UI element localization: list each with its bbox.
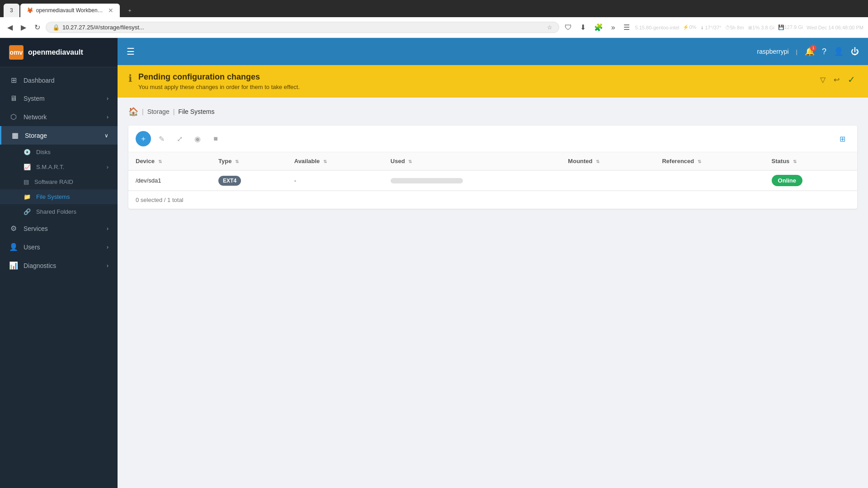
table-row[interactable]: /dev/sda1 EXT4 - — [128, 170, 857, 191]
sidebar-item-services[interactable]: ⚙ Services › — [0, 219, 118, 238]
sidebar-item-users[interactable]: 👤 Users › — [0, 238, 118, 256]
sidebar-item-file-systems[interactable]: 📁 File Systems — [0, 189, 118, 204]
diagnostics-icon: 📊 — [9, 261, 18, 270]
sort-icon-type: ⇅ — [235, 159, 239, 164]
cell-status: Online — [764, 170, 857, 191]
notification-apply-icon[interactable]: ✓ — [846, 72, 857, 87]
app-logo-icon: omv — [9, 45, 24, 60]
chevron-right-icon-smart: › — [107, 164, 108, 170]
tab-close-icon[interactable]: ✕ — [108, 7, 113, 14]
sidebar-item-smart[interactable]: 📈 S.M.A.R.T. › — [0, 160, 118, 174]
expand-button[interactable]: ⤢ — [172, 131, 187, 146]
sort-icon-status: ⇅ — [793, 159, 797, 164]
system-icon: 🖥 — [9, 94, 18, 103]
col-used[interactable]: Used ⇅ — [383, 152, 561, 170]
cell-mounted — [561, 170, 655, 191]
sidebar-subitem-label-disks: Disks — [36, 149, 51, 155]
smart-icon: 📈 — [24, 164, 31, 170]
power-icon[interactable]: ⏻ — [851, 47, 859, 56]
sidebar-menu: ⊞ Dashboard 🖥 System › ⬡ Network › ▦ Sto… — [0, 67, 118, 488]
chevron-right-icon-network: › — [107, 114, 108, 120]
bookmark-star-icon[interactable]: ☆ — [547, 24, 552, 31]
col-mounted[interactable]: Mounted ⇅ — [561, 152, 655, 170]
add-button[interactable]: ＋ — [136, 131, 151, 146]
table-header: Device ⇅ Type ⇅ Available ⇅ — [128, 152, 857, 170]
download-icon[interactable]: ⬇ — [577, 21, 589, 33]
col-type[interactable]: Type ⇅ — [211, 152, 287, 170]
sidebar-subitem-label-shared: Shared Folders — [36, 208, 76, 215]
reload-button[interactable]: ↻ — [32, 21, 43, 33]
forward-button[interactable]: ▶ — [18, 21, 29, 33]
address-bar[interactable]: 🔒 10.27.27.25/#/storage/filesyst... ☆ — [46, 22, 559, 33]
sidebar-item-software-raid[interactable]: ▤ Software RAID — [0, 174, 118, 189]
table-body: /dev/sda1 EXT4 - — [128, 170, 857, 191]
cpu-usage: ⚡0% — [683, 24, 696, 30]
chevron-right-icon: › — [107, 95, 108, 102]
col-status[interactable]: Status ⇅ — [764, 152, 857, 170]
sidebar-logo: omv openmediavault — [0, 38, 118, 67]
notification-dismiss-icon[interactable]: ▽ — [818, 74, 827, 86]
sidebar-item-label-services: Services — [24, 225, 48, 232]
more-extensions-icon[interactable]: » — [609, 22, 618, 33]
content-area: 🏠 | Storage | File Systems ＋ ✎ — [118, 98, 868, 488]
back-button[interactable]: ◀ — [5, 21, 15, 33]
sidebar-item-storage[interactable]: ▦ Storage ∨ — [0, 126, 118, 145]
services-icon: ⚙ — [9, 224, 18, 233]
sidebar-item-system[interactable]: 🖥 System › — [0, 89, 118, 108]
sidebar-subitem-label-raid: Software RAID — [34, 178, 73, 185]
breadcrumb-home-icon[interactable]: 🏠 — [128, 107, 138, 117]
col-device[interactable]: Device ⇅ — [128, 152, 211, 170]
browser-tab-number[interactable]: 3 — [4, 4, 19, 17]
file-systems-table: Device ⇅ Type ⇅ Available ⇅ — [128, 152, 857, 191]
breadcrumb-sep-1: | — [142, 108, 144, 115]
menu-icon[interactable]: ☰ — [621, 21, 632, 33]
browser-tab-new[interactable]: ＋ — [121, 4, 139, 17]
dashboard-icon: ⊞ — [9, 76, 18, 84]
notification-revert-icon[interactable]: ↩ — [832, 74, 841, 86]
browser-nav-bar: ◀ ▶ ↻ 🔒 10.27.27.25/#/storage/filesyst..… — [0, 17, 868, 38]
sidebar-item-label-storage: Storage — [25, 132, 47, 139]
raid-icon: ▤ — [24, 178, 29, 185]
mem-info: 🖥1% 3.8 Gi — [747, 25, 774, 30]
browser-tab-bar: 3 🦊 openmediavault Workbench - Storage |… — [0, 0, 868, 17]
notification-title: Pending configuration changes — [138, 72, 812, 82]
browser-tab-active[interactable]: 🦊 openmediavault Workbench - Storage | F… — [20, 4, 120, 17]
disk-icon: 💿 — [24, 149, 31, 155]
cell-type: EXT4 — [211, 170, 287, 191]
url-text: 10.27.27.25/#/storage/filesyst... — [62, 24, 144, 31]
col-referenced[interactable]: Referenced ⇅ — [655, 152, 764, 170]
notifications-icon[interactable]: 🔔 1 — [805, 47, 815, 56]
mount-button[interactable]: ◉ — [190, 131, 205, 146]
shield-icon[interactable]: 🛡 — [562, 22, 575, 33]
user-icon[interactable]: 👤 — [834, 47, 844, 56]
grid-view-button[interactable]: ⊞ — [835, 131, 850, 146]
help-icon[interactable]: ? — [822, 47, 826, 56]
table-footer: 0 selected / 1 total — [128, 191, 857, 209]
breadcrumb-storage[interactable]: Storage — [147, 108, 170, 115]
sidebar-item-disks[interactable]: 💿 Disks — [0, 145, 118, 160]
edit-button[interactable]: ✎ — [154, 131, 169, 146]
header-left: ☰ — [127, 46, 135, 57]
main-panel: ☰ raspberrypi | 🔔 1 ? 👤 ⏻ ℹ Pending conf… — [118, 38, 868, 488]
tab-label: 3 — [10, 7, 13, 14]
col-available[interactable]: Available ⇅ — [287, 152, 383, 170]
sidebar: omv openmediavault ⊞ Dashboard 🖥 System … — [0, 38, 118, 488]
delete-button[interactable]: ■ — [208, 131, 223, 146]
sort-icon-referenced: ⇅ — [698, 159, 701, 164]
toolbar-right: ⊞ — [835, 131, 850, 146]
hamburger-menu-icon[interactable]: ☰ — [127, 46, 135, 57]
sidebar-item-shared-folders[interactable]: 🔗 Shared Folders — [0, 204, 118, 219]
system-tray: 5.15.80-gentoo-intel ⚡0% 🌡17°/37° ⏱5h 8m… — [635, 24, 863, 30]
sidebar-item-label-dashboard: Dashboard — [24, 77, 55, 84]
active-tab-label: openmediavault Workbench - Storage | Fil… — [36, 7, 104, 14]
sidebar-subitem-label-smart: S.M.A.R.T. — [36, 164, 64, 170]
sidebar-item-diagnostics[interactable]: 📊 Diagnostics › — [0, 256, 118, 275]
sidebar-item-network[interactable]: ⬡ Network › — [0, 108, 118, 126]
expand-icon: ⤢ — [177, 135, 183, 143]
sidebar-item-dashboard[interactable]: ⊞ Dashboard — [0, 71, 118, 89]
extension-icon[interactable]: 🧩 — [591, 21, 606, 33]
col-status-label: Status — [772, 158, 790, 164]
chevron-right-icon-diagnostics: › — [107, 263, 108, 269]
header-right: raspberrypi | 🔔 1 ? 👤 ⏻ — [757, 47, 859, 56]
sort-icon-device: ⇅ — [158, 159, 162, 164]
